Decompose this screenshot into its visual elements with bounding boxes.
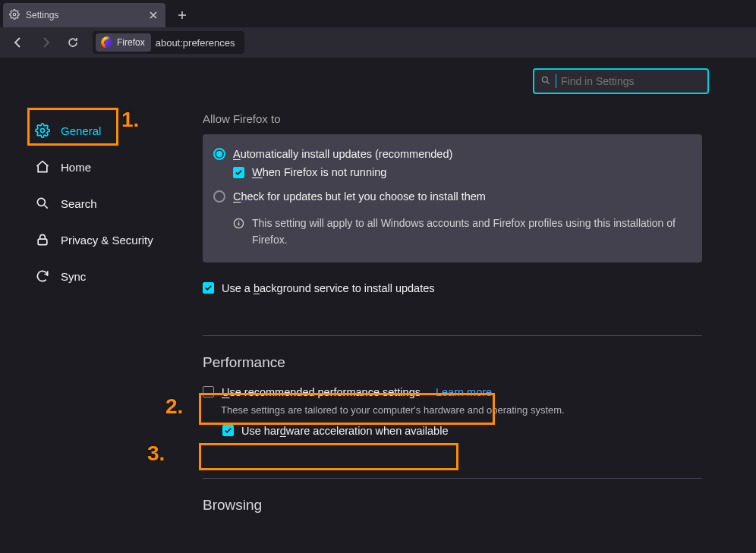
performance-heading: Performance: [203, 354, 710, 371]
search-icon: [540, 75, 551, 88]
firefox-icon: [102, 37, 112, 48]
new-tab-button[interactable]: [172, 5, 193, 26]
category-home[interactable]: Home: [29, 152, 178, 182]
tab-bar: Settings: [0, 0, 756, 27]
identity-box[interactable]: Firefox: [96, 33, 151, 52]
checkbox-icon: [233, 167, 244, 178]
browser-tab-settings[interactable]: Settings: [3, 3, 165, 27]
category-sync[interactable]: Sync: [29, 261, 178, 291]
category-label: Search: [61, 197, 97, 210]
category-label: Privacy & Security: [61, 234, 153, 247]
forward-button[interactable]: [33, 30, 58, 55]
checkbox-icon: [203, 386, 214, 397]
svg-point-6: [238, 221, 240, 222]
updates-panel: Automatically install updates (recommend…: [203, 134, 702, 262]
url-bar[interactable]: Firefox about:preferences: [93, 31, 244, 54]
category-label: Sync: [61, 270, 86, 283]
section-divider: [203, 478, 702, 479]
sync-icon: [35, 269, 50, 284]
radio-icon: [213, 190, 225, 203]
category-privacy[interactable]: Privacy & Security: [29, 225, 178, 255]
hardware-accel-check[interactable]: Use hardware acceleration when available: [203, 425, 710, 437]
settings-search[interactable]: [533, 68, 709, 94]
check-label: When Firefox is not running: [252, 166, 386, 178]
radio-label: Automatically install updates (recommend…: [233, 148, 452, 160]
performance-desc: These settings are tailored to your comp…: [203, 404, 710, 416]
radio-icon: [213, 148, 225, 160]
lock-icon: [35, 232, 50, 247]
back-button[interactable]: [6, 30, 30, 55]
update-when-not-running-check[interactable]: When Firefox is not running: [213, 166, 691, 178]
category-sidebar: General Home Search Privacy & Security S…: [0, 58, 178, 553]
svg-point-2: [37, 198, 45, 206]
check-label: Use a background service to install upda…: [222, 282, 435, 294]
brand-label: Firefox: [117, 37, 145, 48]
preferences-content: General Home Search Privacy & Security S…: [0, 58, 756, 553]
text-caret: [556, 74, 556, 88]
updates-info-row: This setting will apply to all Windows a…: [213, 215, 691, 249]
url-text: about:preferences: [156, 37, 235, 49]
radio-label: Check for updates but let you choose to …: [233, 190, 486, 203]
reload-button[interactable]: [61, 30, 85, 55]
recommended-perf-check[interactable]: Use recommended performance settings Lea…: [203, 386, 710, 398]
update-auto-radio[interactable]: Automatically install updates (recommend…: [213, 148, 691, 160]
category-label: General: [61, 124, 101, 137]
updates-heading-cutoff: Allow Firefox to: [203, 112, 710, 125]
svg-rect-3: [38, 239, 47, 245]
gear-icon: [9, 9, 20, 22]
background-service-check[interactable]: Use a background service to install upda…: [203, 282, 702, 294]
info-text: This setting will apply to all Windows a…: [252, 215, 691, 249]
nav-bar: Firefox about:preferences: [0, 27, 756, 58]
section-divider: [203, 335, 702, 336]
info-icon: [233, 217, 244, 249]
main-pane: Allow Firefox to Automatically install u…: [178, 58, 756, 553]
svg-point-1: [41, 129, 45, 133]
gear-icon: [35, 123, 50, 138]
home-icon: [35, 159, 50, 174]
checkbox-icon: [222, 425, 234, 436]
svg-point-0: [13, 13, 16, 16]
learn-more-link[interactable]: Learn more: [436, 386, 492, 398]
category-label: Home: [61, 161, 91, 174]
settings-search-input[interactable]: [561, 75, 701, 87]
check-label: Use hardware acceleration when available: [241, 425, 448, 437]
update-check-radio[interactable]: Check for updates but let you choose to …: [213, 190, 691, 203]
tab-close-button[interactable]: [147, 9, 159, 21]
check-label: Use recommended performance settings: [222, 386, 421, 398]
checkbox-icon: [203, 282, 214, 294]
svg-point-4: [542, 77, 547, 82]
category-search[interactable]: Search: [29, 188, 178, 218]
search-icon: [35, 196, 50, 211]
browsing-heading: Browsing: [203, 497, 710, 514]
tab-title: Settings: [26, 10, 141, 20]
category-general[interactable]: General: [29, 115, 178, 146]
